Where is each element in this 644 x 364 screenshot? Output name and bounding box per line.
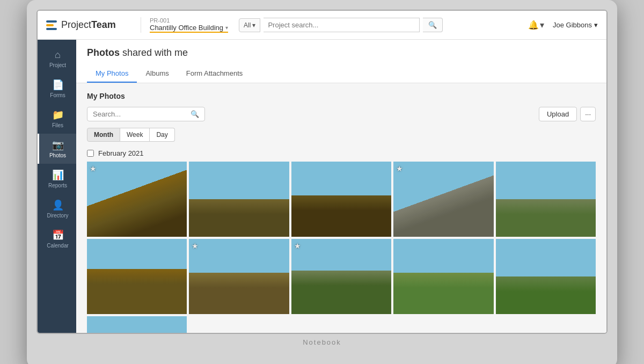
view-toggle: Month Week Day	[87, 128, 596, 142]
tabs: My Photos Albums Form Attachments	[87, 65, 596, 83]
content-header: Photos shared with me My Photos Albums F…	[76, 40, 606, 83]
search-filter-chevron-icon: ▾	[252, 21, 255, 29]
notif-chevron-icon: ▾	[540, 20, 544, 30]
month-select-all-checkbox[interactable]	[87, 150, 94, 157]
project-id: PR-001	[150, 17, 228, 24]
view-month-button[interactable]: Month	[87, 128, 120, 142]
sidebar-item-photos[interactable]: 📷 Photos	[38, 134, 76, 164]
photo-content: My Photos 🔍 Upload ···	[76, 83, 606, 333]
sidebar-label-photos: Photos	[49, 152, 66, 158]
photo-item[interactable]: ★	[87, 162, 187, 237]
photo-item[interactable]	[87, 239, 187, 314]
project-info: PR-001 Chantilly Office Building ▾	[141, 17, 228, 33]
user-chevron-icon: ▾	[594, 21, 598, 29]
notification-button[interactable]: 🔔 ▾	[528, 20, 544, 30]
files-icon: 📁	[52, 109, 64, 121]
page-title: Photos shared with me	[87, 47, 596, 59]
user-menu-button[interactable]: Joe Gibbons ▾	[553, 21, 598, 29]
header: ProjectTeam PR-001 Chantilly Office Buil…	[38, 11, 606, 40]
photo-item[interactable]	[496, 239, 596, 314]
search-button[interactable]: 🔍	[423, 18, 443, 32]
project-name-dropdown[interactable]: Chantilly Office Building ▾	[150, 24, 228, 33]
sidebar-label-project: Project	[49, 62, 66, 68]
laptop-screen: ProjectTeam PR-001 Chantilly Office Buil…	[36, 10, 608, 334]
page-title-suffix: shared with me	[122, 47, 188, 58]
tab-my-photos[interactable]: My Photos	[87, 65, 137, 83]
sidebar-item-directory[interactable]: 👤 Directory	[38, 194, 76, 224]
page-title-main: Photos	[87, 47, 120, 58]
photo-item[interactable]: ★	[393, 162, 493, 237]
tab-albums[interactable]: Albums	[137, 65, 177, 83]
star-icon: ★	[294, 242, 301, 250]
sidebar-label-directory: Directory	[47, 213, 68, 219]
photo-item[interactable]	[496, 162, 596, 237]
sidebar-item-reports[interactable]: 📊 Reports	[38, 164, 76, 194]
month-section: February 2021 ★ ★	[87, 149, 596, 333]
photo-item[interactable]	[393, 239, 493, 314]
view-week-button[interactable]: Week	[120, 128, 150, 142]
month-header: February 2021	[87, 149, 596, 157]
photo-grid: ★ ★ ★	[87, 162, 596, 333]
home-icon: ⌂	[55, 49, 61, 61]
sidebar: ⌂ Project 📄 Forms 📁 Files 📷 Photos	[38, 40, 76, 333]
photo-search-field: 🔍	[87, 107, 205, 121]
toolbar-row: 🔍 Upload ···	[87, 107, 596, 121]
sidebar-item-calendar[interactable]: 📅 Calendar	[38, 224, 76, 254]
section-title: My Photos	[87, 92, 596, 100]
upload-button[interactable]: Upload	[539, 107, 577, 121]
main-area: ⌂ Project 📄 Forms 📁 Files 📷 Photos	[38, 40, 606, 333]
logo-area: ProjectTeam	[46, 19, 132, 31]
photos-icon: 📷	[52, 139, 64, 151]
logo-icon	[46, 20, 57, 30]
view-day-button[interactable]: Day	[150, 128, 174, 142]
reports-icon: 📊	[52, 169, 64, 181]
sidebar-item-forms[interactable]: 📄 Forms	[38, 74, 76, 104]
photo-search-icon: 🔍	[191, 110, 199, 118]
star-icon: ★	[90, 164, 97, 173]
photo-search-input[interactable]	[93, 110, 187, 118]
logo-light: Project	[61, 19, 91, 30]
upload-area: Upload ···	[539, 107, 596, 121]
search-area: All ▾ 🔍	[239, 18, 443, 32]
photo-item[interactable]	[87, 316, 187, 333]
search-filter-dropdown[interactable]: All ▾	[239, 18, 260, 32]
sidebar-label-reports: Reports	[48, 183, 67, 188]
logo-text: ProjectTeam	[61, 19, 116, 31]
calendar-icon: 📅	[52, 229, 64, 241]
sidebar-label-calendar: Calendar	[47, 243, 69, 249]
month-label: February 2021	[98, 149, 144, 157]
project-name-label: Chantilly Office Building	[150, 24, 223, 32]
photo-item[interactable]	[291, 162, 391, 237]
star-icon: ★	[192, 242, 199, 250]
logo-bold: Team	[91, 19, 116, 30]
sidebar-item-project[interactable]: ⌂ Project	[38, 44, 76, 74]
star-icon: ★	[396, 164, 403, 173]
bell-icon: 🔔	[528, 20, 539, 30]
sidebar-item-files[interactable]: 📁 Files	[38, 104, 76, 134]
forms-icon: 📄	[52, 79, 64, 91]
search-input-wrap	[264, 18, 420, 32]
user-name-label: Joe Gibbons	[553, 21, 592, 29]
app: ProjectTeam PR-001 Chantilly Office Buil…	[38, 11, 606, 333]
more-options-button[interactable]: ···	[580, 107, 596, 121]
project-chevron-icon: ▾	[225, 25, 228, 31]
laptop-frame: ProjectTeam PR-001 Chantilly Office Buil…	[27, 0, 617, 364]
search-filter-label: All	[244, 21, 251, 29]
directory-icon: 👤	[52, 199, 64, 211]
header-right: 🔔 ▾ Joe Gibbons ▾	[528, 20, 598, 30]
photo-item[interactable]: ★	[291, 239, 391, 314]
photo-item[interactable]: ★	[189, 239, 289, 314]
search-input[interactable]	[268, 21, 415, 29]
sidebar-label-files: Files	[52, 122, 63, 128]
content-area: Photos shared with me My Photos Albums F…	[76, 40, 606, 333]
laptop-bottom-label: Notebook	[36, 334, 608, 346]
photo-item[interactable]	[189, 162, 289, 237]
tab-form-attachments[interactable]: Form Attachments	[178, 65, 251, 83]
sidebar-label-forms: Forms	[50, 92, 65, 98]
